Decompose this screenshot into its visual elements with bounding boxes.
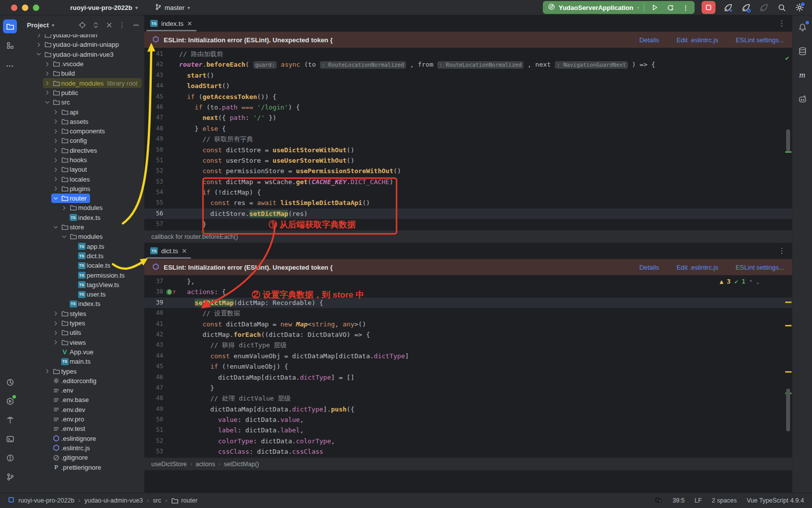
more-icon[interactable]: …	[3, 57, 17, 71]
code-editor-top[interactable]: 41// 路由加载前42router.beforeEach( guard: as…	[144, 48, 792, 230]
chevron-right-icon[interactable]	[43, 90, 51, 96]
hide-panel-icon[interactable]	[131, 20, 140, 29]
chevron-right-icon[interactable]	[51, 147, 60, 153]
tree-row[interactable]: public	[20, 88, 144, 98]
chevron-right-icon[interactable]	[43, 368, 51, 374]
tree-row[interactable]: hooks	[20, 155, 144, 165]
project-panel-title[interactable]: Project	[27, 21, 49, 29]
banner-link[interactable]: Edit .eslintrc.js	[677, 264, 718, 271]
terminal-icon[interactable]	[3, 432, 17, 446]
vcs-branch-widget[interactable]: master ▾	[155, 3, 190, 12]
collapse-all-icon[interactable]	[104, 20, 113, 29]
breadcrumb-item[interactable]: actions	[196, 461, 215, 468]
breadcrumbs-bottom[interactable]: useDictStore›actions›setDictMap()	[144, 457, 792, 470]
locate-target-icon[interactable]	[78, 20, 87, 29]
project-folder-icon[interactable]	[3, 19, 17, 33]
profiler-clock-icon[interactable]	[3, 375, 17, 389]
chevron-right-icon[interactable]	[51, 167, 60, 173]
chevron-right-icon[interactable]	[51, 118, 60, 124]
chevron-right-icon[interactable]	[51, 157, 60, 163]
tree-row[interactable]: TSpermission.ts	[20, 270, 144, 280]
scrollbar-thumb[interactable]	[786, 129, 790, 151]
run-play-icon[interactable]	[649, 2, 661, 13]
tree-row[interactable]: directives	[20, 146, 144, 155]
tree-row[interactable]: layout	[20, 165, 144, 174]
tree-row[interactable]: TSindex.ts	[20, 299, 144, 308]
tree-row[interactable]: config	[20, 136, 144, 145]
chevron-down-icon[interactable]	[51, 224, 60, 230]
tree-row[interactable]: node_modules library root	[20, 78, 144, 88]
chevron-down-icon[interactable]	[43, 100, 51, 105]
tree-row[interactable]: styles	[20, 309, 144, 318]
tree-row[interactable]: build	[20, 69, 144, 78]
status-path-item[interactable]: ruoyi-vue-pro-2022b	[18, 497, 75, 504]
breadcrumb-item[interactable]: callback for router.beforeEach()	[151, 233, 238, 240]
panel-more-icon[interactable]: ⋮	[118, 20, 127, 29]
tab-options-icon[interactable]: ⋮	[778, 19, 786, 28]
tree-row[interactable]: yudao-ui-admin-vue3	[20, 50, 144, 59]
chevron-right-icon[interactable]	[51, 330, 60, 336]
status-item[interactable]: Vue TypeScript 4.9.4	[747, 497, 804, 504]
next-problem-icon[interactable]: ⌄	[756, 279, 759, 285]
tree-row[interactable]: TSdict.ts	[20, 251, 144, 261]
close-icon[interactable]: ✕	[182, 247, 187, 255]
tree-row[interactable]: .eslintignore	[20, 433, 144, 443]
chevron-right-icon[interactable]	[34, 34, 43, 38]
tree-row[interactable]: TSuser.ts	[20, 290, 144, 299]
tree-row[interactable]: api	[20, 107, 144, 116]
status-item[interactable]: LF	[695, 497, 702, 504]
chevron-right-icon[interactable]	[43, 61, 51, 67]
tree-row[interactable]: router	[20, 194, 144, 203]
settings-icon[interactable]	[794, 2, 805, 13]
tree-row[interactable]: TSlocale.ts	[20, 261, 144, 270]
banner-link[interactable]: Details	[639, 264, 659, 271]
chevron-down-icon[interactable]: ▾	[52, 22, 54, 28]
breadcrumb-item[interactable]: setDictMap()	[224, 461, 259, 468]
tree-row[interactable]: yudao-ui-admin-uniapp	[20, 40, 144, 49]
tab-dict-ts[interactable]: TS dict.ts ✕	[144, 243, 193, 259]
tree-row[interactable]: plugins	[20, 184, 144, 194]
chevron-down-icon[interactable]	[34, 51, 43, 57]
chevron-down-icon[interactable]	[51, 196, 60, 202]
services-icon[interactable]	[3, 394, 17, 408]
tree-row[interactable]: modules	[20, 232, 144, 241]
notifications-bell-icon[interactable]	[796, 20, 810, 34]
project-tree[interactable]: yudao-ui-adminyudao-ui-admin-uniappyudao…	[20, 34, 144, 493]
chevron-right-icon[interactable]	[51, 320, 60, 326]
tree-row[interactable]: TSindex.ts	[20, 213, 144, 222]
tree-row[interactable]: .eslintrc.js	[20, 443, 144, 453]
chevron-right-icon[interactable]	[51, 138, 60, 144]
tree-row[interactable]: types	[20, 318, 144, 328]
project-widget[interactable]: ruoyi-vue-pro-2022b ▾	[70, 4, 138, 11]
tree-row[interactable]: VApp.vue	[20, 347, 144, 357]
zoom-window-icon[interactable]	[33, 4, 39, 11]
inspection-widget[interactable]: ▲ 3 ✔ 1 ⌃ ⌄	[720, 278, 759, 285]
tab-options-icon[interactable]: ⋮	[778, 246, 786, 255]
status-item[interactable]: 2 spaces	[712, 497, 737, 504]
tree-row[interactable]: P.prettierignore	[20, 462, 144, 472]
chevron-right-icon[interactable]	[34, 42, 43, 48]
structure-icon[interactable]	[3, 38, 17, 52]
tree-row[interactable]: .env.pro	[20, 414, 144, 424]
problems-icon[interactable]	[3, 451, 17, 465]
banner-link[interactable]: Edit .eslintrc.js	[677, 36, 718, 44]
chevron-right-icon[interactable]	[51, 339, 60, 345]
status-path-item[interactable]: yudao-ui-admin-vue3	[85, 497, 143, 504]
chevron-right-icon[interactable]	[60, 205, 68, 211]
database-icon[interactable]	[796, 44, 810, 58]
tree-row[interactable]: .env	[20, 386, 144, 395]
scrollbar-thumb[interactable]	[786, 389, 790, 431]
breadcrumb-item[interactable]: useDictStore	[151, 461, 187, 468]
prev-problem-icon[interactable]: ⌃	[749, 279, 752, 285]
minimize-window-icon[interactable]	[22, 4, 28, 11]
expand-collapse-icon[interactable]	[91, 20, 100, 29]
chevron-right-icon[interactable]	[43, 71, 51, 77]
close-icon[interactable]: ✕	[187, 20, 193, 27]
tree-row[interactable]: modules	[20, 203, 144, 212]
chevron-down-icon[interactable]	[60, 234, 68, 240]
tree-row[interactable]: yudao-ui-admin	[20, 34, 144, 40]
tree-row[interactable]: store	[20, 222, 144, 232]
status-path-item[interactable]: src	[153, 497, 161, 504]
profiler-run-icon[interactable]	[722, 2, 733, 13]
tree-row[interactable]: TSmain.ts	[20, 357, 144, 366]
